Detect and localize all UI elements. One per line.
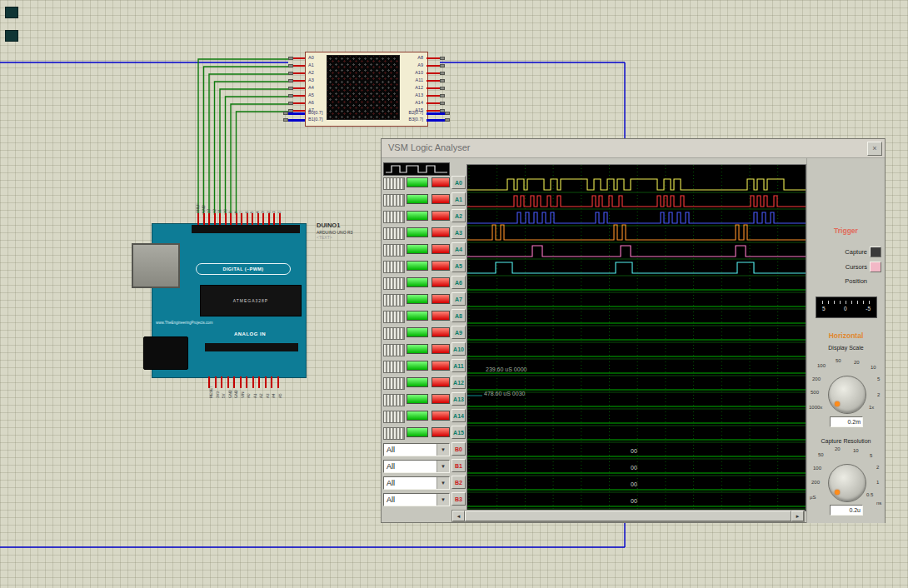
chevron-down-icon: ▼ <box>437 477 449 489</box>
channel-active-led <box>407 311 428 321</box>
channel-position-slider[interactable] <box>383 427 405 440</box>
scroll-left-button[interactable]: ◄ <box>452 511 465 521</box>
channel-position-slider[interactable] <box>383 394 405 406</box>
channel-position-slider[interactable] <box>383 327 405 340</box>
position-scale-numbers: 5 0 -5 <box>822 306 871 311</box>
la-pin-label: A13 <box>383 93 423 98</box>
arduino-pin-label: 13 <box>207 193 212 213</box>
pin-wire <box>241 213 242 225</box>
channel-position-slider[interactable] <box>383 261 405 273</box>
capture-button[interactable] <box>870 247 881 257</box>
pin-wire <box>257 213 259 225</box>
arduino-pin-label: 2 <box>267 193 272 213</box>
cursors-row: Cursors <box>846 262 881 272</box>
channel-active-led <box>407 411 428 421</box>
display-scale-tick: 10 <box>871 365 876 370</box>
capture-resolution-knob[interactable] <box>828 464 866 502</box>
channel-position-slider[interactable] <box>383 344 405 356</box>
position-label: Position <box>845 277 867 285</box>
channel-row: A6 <box>382 275 466 291</box>
channel-position-slider[interactable] <box>383 227 405 240</box>
bus-filter-select[interactable]: All▼ <box>383 460 450 473</box>
pin-wire <box>247 213 248 225</box>
channel-position-slider[interactable] <box>383 411 405 423</box>
channel-label: A3 <box>452 226 466 239</box>
arduino-pin-label: 0 <box>278 193 282 213</box>
display-scale-label: Display Scale <box>807 345 885 351</box>
channel-position-slider[interactable] <box>383 277 405 290</box>
channel-active-led <box>407 261 428 271</box>
channel-row: A9 <box>382 325 466 341</box>
la-pin-label: A3 <box>308 78 314 83</box>
horizontal-heading: Horizontal <box>807 331 885 340</box>
pin-end <box>440 57 445 60</box>
arduino-pin-label: 4 <box>257 193 261 213</box>
logic-analyser-part[interactable]: A0A1A2A3A4A5A6A7A8A9A10A11A12A13A14A15B0… <box>283 48 450 128</box>
channel-active-led <box>407 294 428 304</box>
pin-end <box>445 118 450 122</box>
svg-text:00: 00 <box>631 481 637 487</box>
bus-filter-select[interactable]: All▼ <box>383 476 450 490</box>
display-scale-tick: 1x <box>869 405 874 410</box>
trigger-heading: Trigger <box>807 227 885 235</box>
arduino-part[interactable]: DIGITAL (~PWM) ATMEGA328P www.TheEnginee… <box>129 192 362 408</box>
channel-position-slider[interactable] <box>383 311 405 323</box>
channel-state-led <box>432 361 450 371</box>
channel-label: A14 <box>452 409 466 422</box>
channel-state-led <box>432 344 450 354</box>
pin-wire <box>214 213 216 225</box>
channel-state-led <box>432 177 450 187</box>
bus-label: B2 <box>452 476 466 489</box>
bus-filter-value: All <box>384 494 437 506</box>
channel-position-slider[interactable] <box>383 244 405 257</box>
channel-position-slider[interactable] <box>383 361 405 373</box>
channel-state-led <box>432 211 450 221</box>
display-scale-knob[interactable] <box>828 376 866 414</box>
channel-active-led <box>407 344 428 354</box>
pin-end <box>440 64 445 67</box>
arduino-pin-label: A2 <box>260 378 264 398</box>
horizontal-scrollbar[interactable]: ◄ ► <box>452 510 805 522</box>
channel-label: A10 <box>452 342 466 356</box>
channel-active-led <box>407 211 428 221</box>
trigger-pattern-trace <box>384 163 449 175</box>
window-titlebar[interactable]: VSM Logic Analyser × <box>382 139 885 158</box>
position-tick: 0 <box>844 306 847 311</box>
channel-position-slider[interactable] <box>383 294 405 306</box>
bus-filter-select[interactable]: All▼ <box>383 443 450 456</box>
channel-position-slider[interactable] <box>383 377 405 390</box>
close-button[interactable]: × <box>867 142 882 156</box>
bus-row: All▼B3 <box>382 491 466 507</box>
schematic-canvas: A0A1A2A3A4A5A6A7A8A9A10A11A12A13A14A15B0… <box>0 0 908 588</box>
pin-wire <box>427 87 440 89</box>
channel-position-slider[interactable] <box>383 177 405 190</box>
capture-resolution-value: 0.2u <box>830 505 863 516</box>
arduino-pin-label: 3V3 <box>217 378 221 398</box>
cursor-readout-1: 239.60 uS 0000 <box>486 366 526 372</box>
bus-row: All▼B0 <box>382 441 466 457</box>
svg-text:00: 00 <box>631 448 637 454</box>
bus-filter-select[interactable]: All▼ <box>383 493 450 506</box>
channel-position-slider[interactable] <box>383 194 405 207</box>
arduino-pin-label: RESET <box>210 378 214 398</box>
channel-position-slider[interactable] <box>383 211 405 223</box>
cursors-button[interactable] <box>870 262 881 272</box>
pin-wire <box>262 213 264 225</box>
capture-resolution-tick: 10 <box>853 448 859 453</box>
chevron-down-icon: ▼ <box>437 461 449 472</box>
pin-wire <box>427 80 440 82</box>
arduino-pin-label: A1 <box>254 378 258 398</box>
capture-resolution-tick: 50 <box>818 452 824 457</box>
bus-filter-value: All <box>384 477 437 489</box>
position-row: Position <box>845 276 867 287</box>
pin-end <box>440 79 445 82</box>
bus-row: All▼B2 <box>382 475 466 491</box>
pin-wire <box>293 95 305 97</box>
scrollbar-thumb[interactable] <box>465 511 791 521</box>
display-scale-value: 0.2m <box>830 416 863 427</box>
channel-row: A15 <box>382 425 466 441</box>
arduino-pin-label: A0 <box>247 378 252 398</box>
position-scale-ticks <box>822 301 871 304</box>
scroll-right-button[interactable]: ► <box>791 511 804 521</box>
channel-label: A13 <box>452 392 466 406</box>
